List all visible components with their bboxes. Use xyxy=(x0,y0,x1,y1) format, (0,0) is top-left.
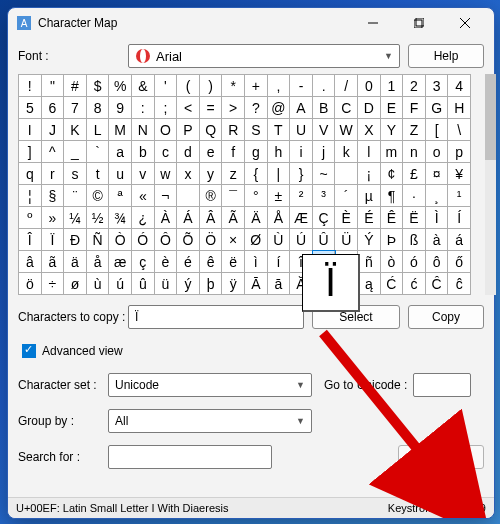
character-cell[interactable]: Â xyxy=(200,207,223,229)
character-cell[interactable]: µ xyxy=(358,185,381,207)
character-cell[interactable]: 8 xyxy=(87,97,110,119)
character-cell[interactable]: ? xyxy=(245,97,268,119)
character-cell[interactable]: á xyxy=(448,229,471,251)
character-cell[interactable]: æ xyxy=(109,251,132,273)
character-cell[interactable]: é xyxy=(177,251,200,273)
character-cell[interactable]: ¹ xyxy=(448,185,471,207)
character-cell[interactable]: ° xyxy=(245,185,268,207)
character-cell[interactable]: _ xyxy=(64,141,87,163)
character-cell[interactable]: Û xyxy=(313,229,336,251)
character-cell[interactable]: ó xyxy=(403,251,426,273)
character-cell[interactable]: x xyxy=(177,163,200,185)
character-cell[interactable]: É xyxy=(358,207,381,229)
character-cell[interactable]: ü xyxy=(155,273,178,295)
character-cell[interactable]: ¶ xyxy=(381,185,404,207)
character-cell[interactable]: í xyxy=(268,251,291,273)
character-cell[interactable]: 0 xyxy=(358,75,381,97)
restore-button[interactable] xyxy=(396,8,442,38)
character-cell[interactable]: ~ xyxy=(313,163,336,185)
character-cell[interactable]: à xyxy=(426,229,449,251)
character-cell[interactable]: ç xyxy=(132,251,155,273)
character-cell[interactable]: Q xyxy=(200,119,223,141)
character-cell[interactable]: ` xyxy=(87,141,110,163)
character-cell[interactable]: R xyxy=(222,119,245,141)
character-cell[interactable]: J xyxy=(42,119,65,141)
character-cell[interactable]: ^ xyxy=(42,141,65,163)
character-cell[interactable]: M xyxy=(109,119,132,141)
character-cell[interactable]: Ĉ xyxy=(426,273,449,295)
character-cell[interactable]: ÿ xyxy=(222,273,245,295)
character-cell[interactable]: Ñ xyxy=(87,229,110,251)
character-cell[interactable]: F xyxy=(403,97,426,119)
character-cell[interactable]: Ā xyxy=(245,273,268,295)
character-cell[interactable]: è xyxy=(155,251,178,273)
character-cell[interactable]: ý xyxy=(177,273,200,295)
character-cell[interactable]: + xyxy=(245,75,268,97)
character-cell[interactable]: * xyxy=(222,75,245,97)
character-cell[interactable]: ì xyxy=(245,251,268,273)
character-cell[interactable]: D xyxy=(358,97,381,119)
character-cell[interactable]: ¤ xyxy=(426,163,449,185)
character-cell[interactable]: Ø xyxy=(245,229,268,251)
character-cell[interactable]: Ô xyxy=(155,229,178,251)
character-cell[interactable]: X xyxy=(358,119,381,141)
character-cell[interactable]: 2 xyxy=(403,75,426,97)
character-cell[interactable]: @ xyxy=(268,97,291,119)
character-cell[interactable]: ò xyxy=(381,251,404,273)
character-cell[interactable]: : xyxy=(132,97,155,119)
character-cell[interactable]: v xyxy=(132,163,155,185)
character-cell[interactable]: 4 xyxy=(448,75,471,97)
character-cell[interactable]: , xyxy=(268,75,291,97)
character-cell[interactable]: § xyxy=(42,185,65,207)
character-cell[interactable]: ö xyxy=(19,273,42,295)
character-cell[interactable]: Ë xyxy=(403,207,426,229)
minimize-button[interactable] xyxy=(350,8,396,38)
character-cell[interactable]: 7 xyxy=(64,97,87,119)
character-cell[interactable]: Ð xyxy=(64,229,87,251)
character-cell[interactable]: . xyxy=(313,75,336,97)
character-cell[interactable]: m xyxy=(381,141,404,163)
character-cell[interactable]: b xyxy=(132,141,155,163)
character-cell[interactable]: ] xyxy=(19,141,42,163)
character-cell[interactable]: z xyxy=(222,163,245,185)
character-cell[interactable]: ® xyxy=(200,185,223,207)
character-cell[interactable]: y xyxy=(200,163,223,185)
character-cell[interactable]: 1 xyxy=(381,75,404,97)
character-cell[interactable]: Å xyxy=(268,207,291,229)
character-cell[interactable]: ­ xyxy=(177,185,200,207)
character-cell[interactable]: ¯ xyxy=(222,185,245,207)
character-cell[interactable]: q xyxy=(19,163,42,185)
character-cell[interactable]: £ xyxy=(403,163,426,185)
character-cell[interactable]: k xyxy=(335,141,358,163)
character-cell[interactable]: Á xyxy=(177,207,200,229)
character-cell[interactable]: U xyxy=(290,119,313,141)
character-cell[interactable] xyxy=(335,163,358,185)
character-cell[interactable]: < xyxy=(177,97,200,119)
character-cell[interactable]: Y xyxy=(381,119,404,141)
character-cell[interactable]: ¸ xyxy=(426,185,449,207)
character-cell[interactable]: t xyxy=(87,163,110,185)
character-cell[interactable]: } xyxy=(290,163,313,185)
character-cell[interactable]: Ý xyxy=(358,229,381,251)
character-cell[interactable]: i xyxy=(290,141,313,163)
character-cell[interactable]: ± xyxy=(268,185,291,207)
character-cell[interactable]: ć xyxy=(403,273,426,295)
character-cell[interactable]: ! xyxy=(19,75,42,97)
character-grid[interactable]: !"#$%&'()*+,-./0123456789:;<=>?@ABCDEFGH… xyxy=(18,74,471,295)
character-cell[interactable]: I xyxy=(19,119,42,141)
character-cell[interactable]: ½ xyxy=(87,207,110,229)
character-cell[interactable]: s xyxy=(64,163,87,185)
character-cell[interactable]: Ú xyxy=(290,229,313,251)
character-cell[interactable]: w xyxy=(155,163,178,185)
copy-button[interactable]: Copy xyxy=(408,305,484,329)
character-cell[interactable]: Ê xyxy=(381,207,404,229)
character-cell[interactable]: Ó xyxy=(132,229,155,251)
character-cell[interactable]: Þ xyxy=(381,229,404,251)
character-cell[interactable]: / xyxy=(335,75,358,97)
close-button[interactable] xyxy=(442,8,488,38)
character-cell[interactable]: þ xyxy=(200,273,223,295)
character-cell[interactable]: « xyxy=(132,185,155,207)
character-cell[interactable]: ú xyxy=(109,273,132,295)
character-cell[interactable]: d xyxy=(177,141,200,163)
character-cell[interactable]: Ï xyxy=(42,229,65,251)
